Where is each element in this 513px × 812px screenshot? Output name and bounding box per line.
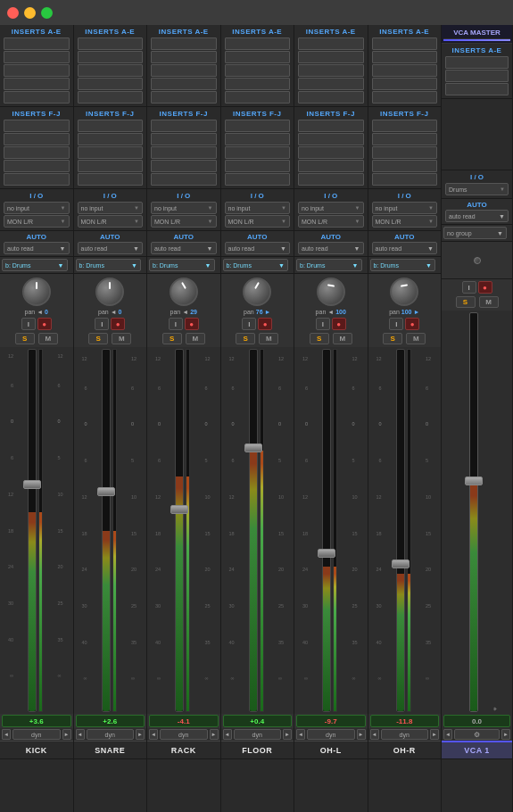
solo-btn-vca[interactable]: S	[456, 296, 476, 308]
next-btn-floor[interactable]: ►	[283, 729, 292, 740]
insert-slot-f3[interactable]	[298, 146, 364, 159]
dyn-btn-vca[interactable]: ⚙	[454, 729, 500, 740]
monitor-dropdown-rack[interactable]: MON L/R ▼	[151, 215, 217, 228]
insert-slot-3[interactable]	[298, 64, 364, 77]
insert-slot-3[interactable]	[372, 64, 438, 77]
insert-slot-1[interactable]	[225, 37, 291, 50]
solo-btn-oh-r[interactable]: S	[383, 333, 402, 344]
mute-btn-rack[interactable]: M	[186, 333, 205, 344]
channel-name-oh-r[interactable]: OH-R	[368, 741, 442, 758]
solo-btn-floor[interactable]: S	[236, 333, 255, 344]
insert-slot-3[interactable]	[445, 83, 509, 95]
next-btn-oh-l[interactable]: ►	[357, 729, 366, 740]
insert-slot-4[interactable]	[4, 78, 70, 90]
auto-dropdown-floor[interactable]: auto read ▼	[225, 242, 291, 254]
insert-slot-f5[interactable]	[151, 173, 217, 186]
insert-slot-1[interactable]	[445, 56, 509, 69]
channel-name-floor[interactable]: FLOOR	[221, 741, 294, 758]
insert-slot-5[interactable]	[225, 91, 291, 104]
rec-btn-oh-l[interactable]: ●	[332, 318, 346, 330]
rec-btn-kick[interactable]: ●	[37, 318, 52, 330]
fader-kick[interactable]	[23, 480, 41, 489]
solo-btn-rack[interactable]: S	[162, 333, 182, 344]
fader-vca[interactable]	[465, 476, 483, 485]
insert-slot-5[interactable]	[151, 91, 217, 104]
insert-slot-f1[interactable]	[298, 120, 364, 132]
insert-slot-1[interactable]	[372, 37, 438, 50]
insert-slot-3[interactable]	[78, 64, 144, 77]
minimize-button[interactable]	[24, 7, 36, 19]
insert-slot-f2[interactable]	[4, 133, 70, 145]
insert-slot-4[interactable]	[151, 78, 217, 90]
insert-slot-f5[interactable]	[225, 173, 291, 186]
group-dropdown-snare[interactable]: b: Drums ▼	[76, 259, 142, 271]
insert-slot-f3[interactable]	[4, 146, 70, 159]
mute-btn-oh-r[interactable]: M	[406, 333, 426, 344]
next-btn-rack[interactable]: ►	[210, 729, 219, 740]
pan-knob-kick[interactable]	[22, 278, 51, 306]
auto-dropdown-kick[interactable]: auto read ▼	[4, 242, 70, 254]
insert-slot-f4[interactable]	[78, 160, 144, 172]
pan-knob-rack[interactable]	[170, 278, 198, 306]
monitor-dropdown-vca[interactable]: Drums ▼	[445, 183, 509, 195]
fader-floor[interactable]	[244, 443, 262, 452]
group-dropdown-vca[interactable]: no group ▼	[443, 227, 507, 239]
group-dropdown-oh-l[interactable]: b: Drums ▼	[296, 259, 362, 271]
insert-slot-2[interactable]	[445, 70, 509, 82]
insert-slot-3[interactable]	[4, 64, 70, 77]
insert-slot-4[interactable]	[298, 78, 364, 90]
group-dropdown-kick[interactable]: b: Drums ▼	[2, 259, 68, 271]
solo-btn-oh-l[interactable]: S	[310, 333, 329, 344]
pan-knob-oh-r[interactable]	[390, 278, 418, 306]
next-btn-vca[interactable]: ►	[501, 729, 510, 740]
monitor-dropdown-snare[interactable]: MON L/R ▼	[78, 215, 144, 228]
close-button[interactable]	[7, 7, 19, 19]
insert-slot-f1[interactable]	[372, 120, 438, 132]
insert-slot-f3[interactable]	[78, 146, 144, 159]
insert-slot-5[interactable]	[78, 91, 144, 104]
mute-btn-kick[interactable]: M	[38, 333, 58, 344]
insert-slot-4[interactable]	[372, 78, 438, 90]
insert-slot-f2[interactable]	[151, 133, 217, 145]
pan-knob-oh-l[interactable]	[317, 278, 345, 306]
insert-slot-f2[interactable]	[225, 133, 291, 145]
mute-btn-floor[interactable]: M	[259, 333, 278, 344]
auto-dropdown-snare[interactable]: auto read ▼	[78, 242, 144, 254]
insert-slot-f1[interactable]	[4, 120, 70, 132]
monitor-dropdown-oh-l[interactable]: MON L/R ▼	[298, 215, 364, 228]
dyn-btn-rack[interactable]: dyn	[160, 729, 208, 740]
insert-slot-f5[interactable]	[78, 173, 144, 186]
insert-slot-f2[interactable]	[372, 133, 438, 145]
insert-slot-3[interactable]	[151, 64, 217, 77]
input-btn-oh-r[interactable]: I	[389, 318, 403, 330]
prev-btn-floor[interactable]: ◄	[223, 729, 232, 740]
input-btn-snare[interactable]: I	[95, 318, 109, 330]
channel-name-kick[interactable]: KICK	[0, 741, 73, 758]
channel-name-snare[interactable]: SNARE	[74, 741, 147, 758]
dyn-btn-floor[interactable]: dyn	[234, 729, 282, 740]
rec-btn-floor[interactable]: ●	[258, 318, 272, 330]
insert-slot-2[interactable]	[298, 51, 364, 63]
channel-name-vca[interactable]: VCA 1	[442, 741, 512, 758]
insert-slot-2[interactable]	[4, 51, 70, 63]
input-btn-floor[interactable]: I	[242, 318, 256, 330]
insert-slot-5[interactable]	[298, 91, 364, 104]
insert-slot-1[interactable]	[298, 37, 364, 50]
insert-slot-1[interactable]	[78, 37, 144, 50]
monitor-dropdown-kick[interactable]: MON L/R ▼	[4, 215, 70, 228]
mute-btn-vca[interactable]: M	[479, 296, 499, 308]
input-dropdown-floor[interactable]: no input ▼	[225, 202, 291, 214]
input-dropdown-oh-l[interactable]: no input ▼	[298, 202, 364, 214]
next-btn-oh-r[interactable]: ►	[430, 729, 439, 740]
group-dropdown-floor[interactable]: b: Drums ▼	[223, 259, 289, 271]
prev-btn-rack[interactable]: ◄	[149, 729, 158, 740]
group-dropdown-oh-r[interactable]: b: Drums ▼	[370, 259, 436, 271]
pan-knob-floor[interactable]	[243, 278, 271, 306]
insert-slot-1[interactable]	[4, 37, 70, 50]
rec-btn-oh-r[interactable]: ●	[405, 318, 419, 330]
insert-slot-f5[interactable]	[298, 173, 364, 186]
channel-name-oh-l[interactable]: OH-L	[294, 741, 368, 758]
insert-slot-f2[interactable]	[298, 133, 364, 145]
insert-slot-f4[interactable]	[225, 160, 291, 172]
fader-oh-r[interactable]	[392, 559, 410, 568]
